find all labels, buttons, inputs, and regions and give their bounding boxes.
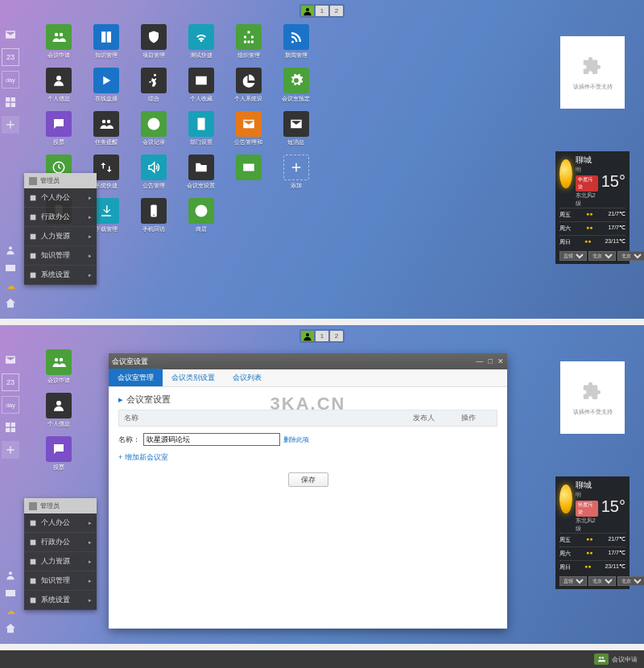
pager-page-2[interactable]: 1: [316, 6, 328, 16]
taskbar-app-icon[interactable]: [594, 654, 609, 665]
app-room-book[interactable]: 会议室预定: [274, 68, 318, 108]
pager-page-3[interactable]: 2: [330, 6, 343, 16]
weather-aqi-badge: 轻度污染: [576, 501, 598, 517]
app-test[interactable]: 测试快捷: [179, 24, 223, 64]
window-close-icon[interactable]: ✕: [497, 357, 504, 365]
user-dock-icon[interactable]: [2, 243, 19, 258]
app-meeting-apply[interactable]: 会议申请: [36, 24, 80, 64]
app-label: 个人信息: [47, 420, 70, 428]
app-record[interactable]: 会议记录: [131, 111, 175, 151]
app-store[interactable]: 商店: [179, 198, 223, 238]
user-dock-icon[interactable]: [2, 568, 19, 583]
app-notice[interactable]: 公告管理和: [226, 111, 270, 151]
mail-icon[interactable]: [2, 351, 19, 369]
app-task[interactable]: 任务提醒: [84, 111, 128, 151]
app-mobile[interactable]: 手机回访: [131, 198, 175, 238]
tab-list[interactable]: 会议列表: [224, 369, 270, 386]
settings-window: 会议室设置 — □ ✕ 会议室管理 会议类别设置 会议列表 3KA.CN ▸会议…: [109, 353, 507, 629]
app-profile[interactable]: 个人信息: [36, 393, 80, 433]
forecast-range: 23/11℃: [605, 238, 625, 246]
app-profile[interactable]: 个人信息: [36, 68, 80, 108]
app-fav[interactable]: 个人收藏: [179, 68, 223, 108]
weather-sel-3[interactable]: 北京: [617, 576, 644, 586]
plugin-label: 该插件不受支持: [573, 83, 613, 91]
weather-sel-1[interactable]: 直辖: [559, 251, 587, 261]
weather-day: 明: [576, 492, 581, 497]
weather-selectors: 直辖 北京 北京: [559, 576, 625, 586]
home-dock-icon[interactable]: [2, 621, 19, 636]
tab-category[interactable]: 会议类别设置: [163, 369, 224, 386]
menu-knowledge-mgmt[interactable]: 知识管理▸: [24, 571, 97, 591]
app-project[interactable]: 项目管理: [131, 24, 175, 64]
grid-apps-icon[interactable]: [2, 93, 19, 111]
pager2-page-3[interactable]: 2: [330, 331, 343, 341]
day-icon[interactable]: day: [2, 71, 19, 89]
weather-dock-icon[interactable]: ☁: [2, 604, 19, 618]
pager2-page-2[interactable]: 1: [316, 331, 328, 341]
app-dept[interactable]: 部门设置: [179, 111, 223, 151]
calendar-icon[interactable]: 23: [2, 48, 19, 66]
day-icon[interactable]: day: [2, 396, 19, 414]
add-tile-icon[interactable]: [2, 116, 19, 134]
app-general[interactable]: 综合: [131, 68, 175, 108]
menu-hr[interactable]: 人力资源▸: [24, 227, 97, 246]
app-room-set[interactable]: 会议室设置: [179, 155, 223, 195]
delete-link[interactable]: 删除此项: [283, 435, 309, 444]
weather-temp: 15°: [601, 497, 625, 516]
home-dock-icon[interactable]: [2, 296, 19, 311]
app-announce[interactable]: 公告管理: [131, 155, 175, 195]
desktop-pager: 1 2: [299, 4, 345, 18]
app-live[interactable]: 在线直播: [84, 68, 128, 108]
app-sms[interactable]: 短消息: [274, 111, 318, 151]
forecast-range: 17/7℃: [608, 550, 625, 558]
pager-page-1[interactable]: [301, 6, 314, 16]
menu-label: 系统设置: [41, 270, 70, 280]
app-vote[interactable]: 投票: [36, 111, 80, 151]
mail-dock-icon[interactable]: [2, 261, 19, 275]
grid-apps-icon[interactable]: [2, 419, 19, 436]
pager2-page-1[interactable]: [301, 331, 314, 341]
menu-knowledge-mgmt[interactable]: 知识管理▸: [24, 246, 97, 266]
weather-sel-2[interactable]: 北京: [588, 251, 616, 261]
tab-room-manage[interactable]: 会议室管理: [109, 369, 163, 386]
mail-dock-icon[interactable]: [2, 586, 19, 600]
chevron-right-icon: ▸: [89, 214, 92, 221]
app-wallet[interactable]: [226, 155, 270, 195]
window-min-icon[interactable]: —: [477, 357, 484, 365]
calendar-icon[interactable]: 23: [2, 373, 19, 391]
menu-user-label: 管理员: [40, 176, 60, 185]
menu-personal-office[interactable]: 个人办公▸: [24, 188, 97, 208]
menu-sys-settings[interactable]: 系统设置▸: [24, 591, 97, 610]
weather-sel-1[interactable]: 直辖: [559, 576, 587, 586]
app-label: 任务提醒: [95, 138, 118, 146]
app-meeting-apply[interactable]: 会议申请: [36, 349, 80, 390]
chevron-right-icon: ▸: [89, 539, 92, 546]
app-org[interactable]: 组织管理: [226, 24, 270, 64]
menu-admin-office[interactable]: 行政办公▸: [24, 533, 97, 552]
app-vote[interactable]: 投票: [36, 436, 80, 476]
window-titlebar[interactable]: 会议室设置 — □ ✕: [109, 353, 507, 369]
forecast-day: 周日: [559, 563, 571, 571]
app-syssettings[interactable]: 个人系统设: [226, 68, 270, 108]
app-label: 手机回访: [142, 225, 165, 233]
app-news[interactable]: 新闻管理: [274, 24, 318, 64]
weather-dock-icon[interactable]: ☁: [2, 278, 19, 293]
room-name-input[interactable]: [143, 433, 280, 446]
add-room-link[interactable]: + 增加新会议室: [118, 452, 497, 463]
app-knowledge[interactable]: 知识管理: [84, 24, 128, 64]
app-label: 添加: [291, 182, 302, 190]
plugin-placeholder: 该插件不受支持: [560, 36, 625, 109]
add-tile-icon[interactable]: [2, 441, 19, 459]
menu-admin-office[interactable]: 行政办公▸: [24, 208, 97, 227]
weather-sel-2[interactable]: 北京: [588, 576, 616, 586]
menu-sys-settings[interactable]: 系统设置▸: [24, 266, 97, 285]
app-add[interactable]: 添加: [274, 155, 318, 195]
save-button[interactable]: 保存: [288, 472, 328, 487]
mail-icon[interactable]: [2, 26, 19, 43]
menu-hr[interactable]: 人力资源▸: [24, 552, 97, 571]
app-label: 下载管理: [95, 225, 118, 233]
window-max-icon[interactable]: □: [489, 357, 493, 365]
menu-personal-office[interactable]: 个人办公▸: [24, 513, 97, 533]
weather-sel-3[interactable]: 北京: [617, 251, 644, 261]
sun-icon: [559, 159, 572, 188]
